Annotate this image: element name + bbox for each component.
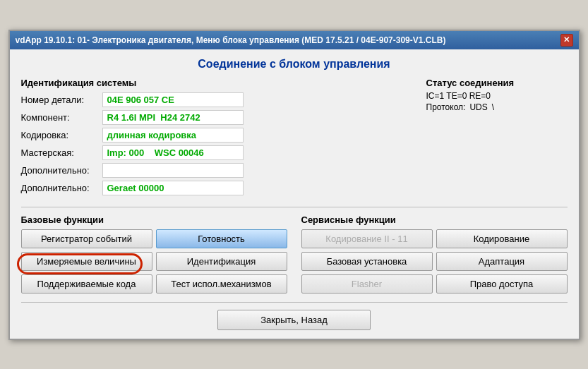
separator <box>21 207 568 207</box>
main-title: Соединение с блоком управления <box>21 58 568 71</box>
value-additional1 <box>102 163 244 178</box>
info-row-2: Кодировка: длинная кодировка <box>21 128 412 143</box>
value-part-number: 04E 906 057 CE <box>102 92 244 107</box>
bottom-btn-row: Закрыть, Назад <box>21 310 568 330</box>
btn-base-setup[interactable]: Базовая установка <box>301 252 433 271</box>
btn-readiness[interactable]: Готовность <box>156 229 287 248</box>
btn-coding[interactable]: Кодирование <box>436 229 568 248</box>
service-functions-title: Сервисные функции <box>301 214 568 225</box>
info-row-3: Мастерская: Imp: 000 WSC 00046 <box>21 145 412 160</box>
protocol-label: Протокол: <box>426 102 466 112</box>
base-btn-grid: Регистратор событий Готовность Измеряемы… <box>21 229 287 294</box>
btn-flasher[interactable]: Flasher <box>301 274 433 294</box>
connection-status: IC=1 TE=0 RE=0 <box>426 91 568 101</box>
close-back-button[interactable]: Закрыть, Назад <box>217 310 371 330</box>
value-additional2: Geraet 00000 <box>102 181 244 195</box>
connection-section: Статус соединения IC=1 TE=0 RE=0 Протоко… <box>426 78 568 198</box>
id-section: Идентификация системы Номер детали: 04E … <box>21 78 412 198</box>
content-area: Соединение с блоком управления Идентифик… <box>10 49 579 339</box>
protocol-value: UDS <box>469 102 487 112</box>
base-functions: Базовые функции Регистратор событий Гото… <box>21 214 287 294</box>
label-additional1: Дополнительно: <box>21 165 102 176</box>
protocol-suffix: \ <box>492 102 494 112</box>
label-part-number: Номер детали: <box>21 95 102 105</box>
close-window-button[interactable]: ✕ <box>560 34 573 47</box>
main-window: vdApp 19.10.1: 01- Электроника двигателя… <box>8 30 580 340</box>
label-workshop: Мастерская: <box>21 147 102 158</box>
service-btn-grid: Кодирование II - 11 Кодирование Базовая … <box>301 229 568 294</box>
label-component: Компонент: <box>21 112 102 123</box>
info-row-5: Дополнительно: Geraet 00000 <box>21 181 412 195</box>
label-additional2: Дополнительно: <box>21 183 102 193</box>
btn-supported-codes[interactable]: Поддерживаемые кода <box>21 274 152 294</box>
separator-2 <box>21 302 568 303</box>
id-section-title: Идентификация системы <box>21 78 412 88</box>
btn-measured-values[interactable]: Измеряемые величины <box>21 252 152 271</box>
info-row-4: Дополнительно: <box>21 163 412 178</box>
functions-row: Базовые функции Регистратор событий Гото… <box>21 214 568 294</box>
base-functions-title: Базовые функции <box>21 214 287 225</box>
btn-test-mechanisms[interactable]: Тест испол.механизмов <box>156 274 287 294</box>
base-functions-container: Регистратор событий Готовность Измеряемы… <box>21 229 287 294</box>
title-bar: vdApp 19.10.1: 01- Электроника двигателя… <box>10 31 579 49</box>
value-workshop: Imp: 000 WSC 00046 <box>102 145 244 160</box>
info-section: Идентификация системы Номер детали: 04E … <box>21 78 568 198</box>
service-functions: Сервисные функции Кодирование II - 11 Ко… <box>301 214 568 294</box>
btn-access-right[interactable]: Право доступа <box>436 274 568 294</box>
value-component: R4 1.6I MPI H24 2742 <box>102 110 244 125</box>
protocol-line: Протокол: UDS \ <box>426 102 568 112</box>
connection-title: Статус соединения <box>426 78 568 88</box>
info-row-0: Номер детали: 04E 906 057 CE <box>21 92 412 107</box>
info-row-1: Компонент: R4 1.6I MPI H24 2742 <box>21 110 412 125</box>
window-title: vdApp 19.10.1: 01- Электроника двигателя… <box>16 35 560 45</box>
label-coding: Кодировка: <box>21 130 102 140</box>
btn-identification[interactable]: Идентификация <box>156 252 287 271</box>
btn-adaptation[interactable]: Адаптация <box>436 252 568 271</box>
value-coding: длинная кодировка <box>102 128 244 143</box>
btn-coding-ii[interactable]: Кодирование II - 11 <box>301 229 433 248</box>
btn-register-events[interactable]: Регистратор событий <box>21 229 152 248</box>
